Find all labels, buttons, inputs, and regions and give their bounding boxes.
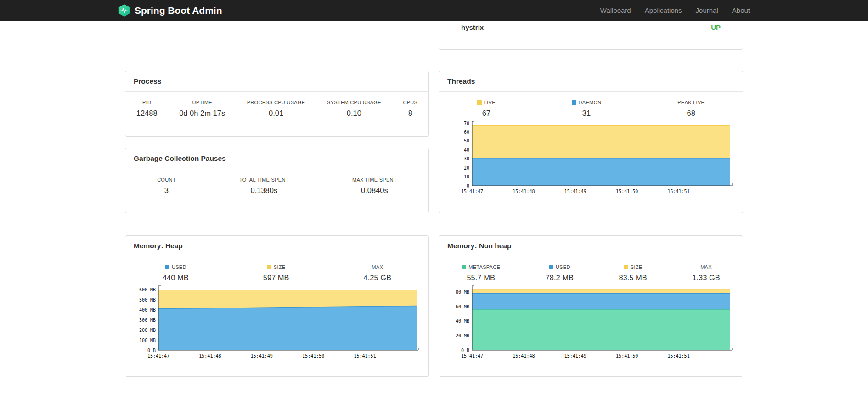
stat-value: 31 <box>572 109 602 118</box>
panel-memory-non-heap-title: Memory: Non heap <box>439 236 743 256</box>
svg-text:40: 40 <box>464 148 469 153</box>
yellow-legend-swatch-icon <box>624 265 628 269</box>
stat-value: 0.1380s <box>239 186 289 195</box>
stat-label: USED <box>163 264 189 270</box>
brand[interactable]: Spring Boot Admin <box>118 4 222 17</box>
stat-used: USED440 MB <box>160 264 192 282</box>
stat-label: PID <box>136 100 158 105</box>
panel-threads: Threads LIVE67DAEMON31PEAK LIVE68 706050… <box>439 71 743 213</box>
stat-label: CPUS <box>403 100 417 105</box>
stat-label: PEAK LIVE <box>677 100 705 105</box>
stat-max-time-spent: MAX TIME SPENT0.0840s <box>349 177 400 195</box>
panel-gc-title: Garbage Collection Pauses <box>125 148 428 169</box>
stat-label: SIZE <box>619 264 647 270</box>
stat-cpus: CPUS8 <box>400 100 420 118</box>
svg-text:50: 50 <box>464 138 469 143</box>
stat-total-time-spent: TOTAL TIME SPENT0.1380s <box>237 177 292 195</box>
blue-legend-swatch-icon <box>165 265 169 269</box>
panel-memory-heap-title: Memory: Heap <box>125 236 428 256</box>
nav-link-journal[interactable]: Journal <box>696 6 718 14</box>
svg-text:15:41:47: 15:41:47 <box>461 353 483 359</box>
stat-value: 55.7 MB <box>462 273 500 282</box>
stat-label: PROCESS CPU USAGE <box>247 100 305 105</box>
svg-text:300 MB: 300 MB <box>139 318 156 323</box>
stat-value: 1.33 GB <box>692 273 720 282</box>
svg-text:15:41:49: 15:41:49 <box>564 353 586 359</box>
stat-size: SIZE83.5 MB <box>616 264 649 282</box>
stat-live: LIVE67 <box>474 100 498 118</box>
stat-system-cpu-usage: SYSTEM CPU USAGE0.10 <box>324 100 384 118</box>
stat-value: 440 MB <box>163 273 189 282</box>
stat-max: MAX4.25 GB <box>361 264 394 282</box>
panel-threads-title: Threads <box>439 71 743 92</box>
svg-text:15:41:48: 15:41:48 <box>199 353 221 359</box>
stat-label: MAX <box>363 264 391 270</box>
status-badge: UP <box>711 23 721 31</box>
stat-value: 67 <box>477 109 496 118</box>
application-name: hystrix <box>461 23 484 31</box>
svg-text:15:41:51: 15:41:51 <box>668 353 690 359</box>
panel-memory-heap: Memory: Heap USED440 MBSIZE597 MBMAX4.25… <box>125 235 429 377</box>
svg-text:10: 10 <box>464 174 469 179</box>
stat-label: DAEMON <box>572 100 602 105</box>
svg-text:15:41:51: 15:41:51 <box>354 353 376 359</box>
green-legend-swatch-icon <box>462 265 466 269</box>
nav-link-wallboard[interactable]: Wallboard <box>600 6 631 14</box>
navbar-inner: Spring Boot Admin WallboardApplicationsJ… <box>118 0 750 21</box>
stat-size: SIZE597 MB <box>260 264 292 282</box>
svg-text:0 B: 0 B <box>461 348 469 353</box>
threads-chart: 70605040302010015:41:4715:41:4815:41:491… <box>440 120 738 199</box>
stat-process-cpu-usage: PROCESS CPU USAGE0.01 <box>244 100 308 118</box>
svg-text:0 B: 0 B <box>147 348 156 353</box>
svg-text:15:41:47: 15:41:47 <box>461 189 483 194</box>
stat-uptime: UPTIME0d 0h 2m 17s <box>176 100 228 118</box>
stat-value: 0.0840s <box>352 186 397 195</box>
stat-value: 3 <box>157 186 176 195</box>
nav-link-about[interactable]: About <box>732 6 750 14</box>
column-right: hystrix UP Threads LIVE67DAEMON31PEAK LI… <box>439 0 743 213</box>
stat-value: 8 <box>403 109 417 118</box>
navbar: Spring Boot Admin WallboardApplicationsJ… <box>0 0 868 21</box>
stat-value: 12488 <box>136 109 158 118</box>
svg-text:15:41:50: 15:41:50 <box>302 353 324 359</box>
svg-text:70: 70 <box>464 121 469 126</box>
svg-text:600 MB: 600 MB <box>139 287 156 292</box>
column-left: Process PID12488UPTIME0d 0h 2m 17sPROCES… <box>125 71 429 213</box>
nav-link-applications[interactable]: Applications <box>645 6 682 14</box>
memory-heap-stats: USED440 MBSIZE597 MBMAX4.25 GB <box>125 256 428 282</box>
svg-text:20 MB: 20 MB <box>456 333 469 338</box>
stat-label: LIVE <box>477 100 496 105</box>
panel-process: Process PID12488UPTIME0d 0h 2m 17sPROCES… <box>125 71 429 137</box>
stat-peak-live: PEAK LIVE68 <box>675 100 707 118</box>
panel-memory-non-heap: Memory: Non heap METASPACE55.7 MBUSED78.… <box>439 235 743 377</box>
svg-text:15:41:48: 15:41:48 <box>513 353 535 359</box>
memory-heap-chart: 600 MB500 MB400 MB300 MB200 MB100 MB0 B1… <box>126 284 425 363</box>
column-right-bottom: Memory: Non heap METASPACE55.7 MBUSED78.… <box>439 235 743 377</box>
stat-label: UPTIME <box>179 100 225 105</box>
stat-label: MAX TIME SPENT <box>352 177 397 182</box>
gc-stats: COUNT3TOTAL TIME SPENT0.1380sMAX TIME SP… <box>125 169 428 195</box>
stat-label: USED <box>546 264 574 270</box>
svg-text:500 MB: 500 MB <box>139 297 156 302</box>
stat-metaspace: METASPACE55.7 MB <box>459 264 503 282</box>
panel-garbage-collection: Garbage Collection Pauses COUNT3TOTAL TI… <box>125 148 429 213</box>
svg-text:15:41:50: 15:41:50 <box>616 353 638 359</box>
stat-value: 68 <box>677 109 705 118</box>
stat-count: COUNT3 <box>154 177 179 195</box>
memory-non-heap-chart: 80 MB60 MB40 MB20 MB0 B15:41:4715:41:481… <box>440 284 738 363</box>
blue-legend-swatch-icon <box>549 265 553 269</box>
nav-links: WallboardApplicationsJournalAbout <box>586 6 750 14</box>
svg-text:15:41:51: 15:41:51 <box>668 189 690 194</box>
svg-text:20: 20 <box>464 165 469 171</box>
stat-label: COUNT <box>157 177 176 182</box>
svg-text:15:41:47: 15:41:47 <box>147 353 169 359</box>
stat-value: 0d 0h 2m 17s <box>179 109 225 118</box>
spring-boot-admin-logo-icon <box>118 4 130 17</box>
application-row[interactable]: hystrix UP <box>453 19 729 36</box>
stat-value: 597 MB <box>263 273 289 282</box>
svg-text:40 MB: 40 MB <box>456 319 469 324</box>
panel-process-title: Process <box>125 71 428 92</box>
stat-label: METASPACE <box>462 264 500 270</box>
svg-text:30: 30 <box>464 156 469 161</box>
stat-value: 83.5 MB <box>619 273 647 282</box>
